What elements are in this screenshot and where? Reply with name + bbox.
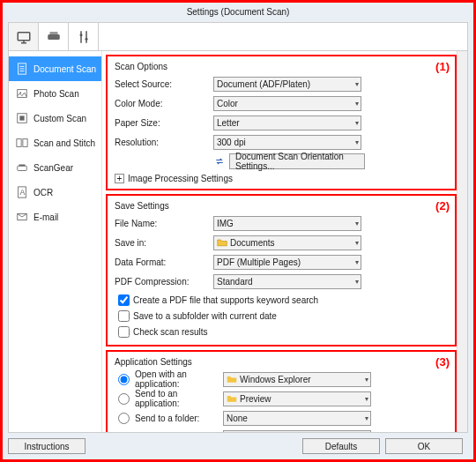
radio-attach-email[interactable] [118, 432, 130, 433]
chevron-down-icon: ▾ [355, 138, 359, 146]
radio-open-app[interactable] [118, 374, 130, 385]
chevron-down-icon: ▾ [355, 258, 359, 266]
sidebar-item-ocr[interactable]: A OCR [9, 180, 101, 205]
label-color-mode: Color Mode: [115, 99, 213, 108]
sidebar-label: ScanGear [33, 163, 73, 173]
group-title: Scan Options [115, 62, 448, 71]
paper-size-combo[interactable]: Letter▾ [213, 116, 361, 130]
monitor-icon [16, 29, 32, 45]
sidebar-item-custom-scan[interactable]: Custom Scan [9, 106, 101, 130]
sidebar-label: Document Scan [33, 64, 96, 74]
ok-button[interactable]: OK [385, 438, 463, 454]
radio-label: Open with an application: [135, 369, 223, 389]
tab-scan-from-panel[interactable] [39, 23, 69, 50]
label-save-in: Save in: [115, 238, 213, 248]
sidebar-label: Scan and Stitch [33, 138, 95, 148]
checkbox-check-results[interactable] [118, 326, 130, 338]
label-data-format: Data Format: [115, 257, 213, 267]
stitch-icon [16, 137, 28, 149]
photo-icon [16, 87, 28, 100]
svg-rect-0 [18, 32, 30, 40]
swap-icon[interactable] [213, 156, 226, 167]
svg-rect-1 [48, 34, 60, 40]
sidebar-item-photo-scan[interactable]: Photo Scan [9, 81, 101, 106]
radio-send-folder[interactable] [118, 413, 130, 424]
open-app-combo[interactable]: Windows Explorer▾ [223, 372, 371, 387]
scangear-icon [16, 161, 28, 174]
data-format-combo[interactable]: PDF (Multiple Pages)▾ [213, 255, 361, 270]
svg-rect-11 [18, 166, 27, 170]
instructions-button[interactable]: Instructions [8, 438, 86, 454]
svg-point-3 [79, 34, 82, 36]
orientation-settings-button[interactable]: Document Scan Orientation Settings... [229, 153, 365, 169]
checkbox-keyword-search[interactable] [118, 294, 130, 306]
attach-email-combo[interactable]: None (Attach Manually)▾ [223, 430, 371, 433]
app-window: Settings (Document Scan) Document Scan [0, 0, 476, 462]
checkbox-label: Create a PDF file that supports keyword … [133, 295, 318, 305]
chevron-down-icon: ▾ [355, 278, 359, 286]
chevron-down-icon: ▾ [365, 414, 368, 422]
window-body: Document Scan Photo Scan Custom Scan Sca… [8, 22, 468, 433]
tab-scan-from-computer[interactable] [9, 23, 39, 50]
email-icon [16, 211, 28, 223]
custom-icon [16, 112, 28, 124]
checkbox-subfolder[interactable] [118, 310, 130, 322]
chevron-down-icon: ▾ [365, 376, 368, 384]
sidebar-label: Custom Scan [33, 114, 86, 123]
group-save-settings: (2) Save Settings File Name: IMG▾ Save i… [106, 194, 457, 346]
checkbox-label: Check scan results [133, 327, 207, 337]
vertical-scrollbar[interactable] [457, 51, 467, 432]
sidebar: Document Scan Photo Scan Custom Scan Sca… [9, 51, 102, 432]
save-in-combo[interactable]: Documents▾ [213, 235, 361, 250]
marker-3: (3) [435, 355, 450, 369]
footer: Instructions Defaults OK [8, 436, 468, 456]
label-resolution: Resolution: [115, 138, 213, 147]
group-scan-options: (1) Scan Options Select Source: Document… [106, 55, 457, 190]
group-title: Application Settings [115, 357, 448, 367]
title-bar: Settings (Document Scan) [3, 3, 473, 22]
checkbox-label: Save to a subfolder with current date [133, 311, 277, 321]
sidebar-item-scan-stitch[interactable]: Scan and Stitch [9, 130, 101, 155]
expand-image-processing[interactable]: + Image Processing Settings [115, 174, 448, 183]
plus-icon: + [115, 174, 124, 183]
svg-rect-10 [23, 139, 27, 147]
sidebar-item-email[interactable]: E-mail [9, 205, 101, 229]
tab-general-settings[interactable] [69, 23, 99, 50]
expand-label: Image Processing Settings [128, 174, 233, 183]
resolution-combo[interactable]: 300 dpi▾ [213, 135, 361, 150]
chevron-down-icon: ▾ [355, 239, 359, 247]
send-app-combo[interactable]: Preview▾ [223, 391, 371, 406]
document-icon [16, 63, 28, 75]
sidebar-label: E-mail [33, 212, 58, 222]
select-source-combo[interactable]: Document (ADF/Platen)▾ [213, 77, 361, 92]
top-toolbar [9, 23, 467, 51]
sidebar-label: OCR [33, 188, 53, 197]
label-select-source: Select Source: [115, 79, 213, 89]
chevron-down-icon: ▾ [355, 220, 359, 227]
sliders-icon [76, 29, 92, 45]
label-file-name: File Name: [115, 219, 213, 228]
chevron-down-icon: ▾ [355, 100, 359, 108]
chevron-down-icon: ▾ [355, 80, 359, 88]
explorer-icon [227, 374, 237, 384]
svg-rect-2 [49, 32, 57, 34]
file-name-combo[interactable]: IMG▾ [213, 216, 361, 231]
svg-text:A: A [19, 188, 25, 197]
sidebar-label: Photo Scan [33, 89, 79, 99]
send-folder-combo[interactable]: None▾ [223, 411, 371, 426]
svg-rect-9 [17, 139, 21, 147]
color-mode-combo[interactable]: Color▾ [213, 96, 361, 111]
settings-pane: (1) Scan Options Select Source: Document… [102, 51, 467, 432]
group-title: Save Settings [115, 201, 448, 211]
marker-1: (1) [435, 60, 450, 73]
radio-label: Send to an application: [135, 389, 223, 408]
sidebar-item-document-scan[interactable]: Document Scan [9, 56, 101, 81]
marker-2: (2) [435, 199, 450, 212]
ocr-icon: A [16, 186, 28, 198]
pdf-compression-combo[interactable]: Standard▾ [213, 274, 361, 289]
defaults-button[interactable]: Defaults [302, 438, 380, 454]
sidebar-item-scangear[interactable]: ScanGear [9, 155, 101, 180]
radio-label: Send to a folder: [135, 414, 223, 423]
chevron-down-icon: ▾ [365, 395, 368, 403]
radio-send-app[interactable] [118, 393, 130, 405]
